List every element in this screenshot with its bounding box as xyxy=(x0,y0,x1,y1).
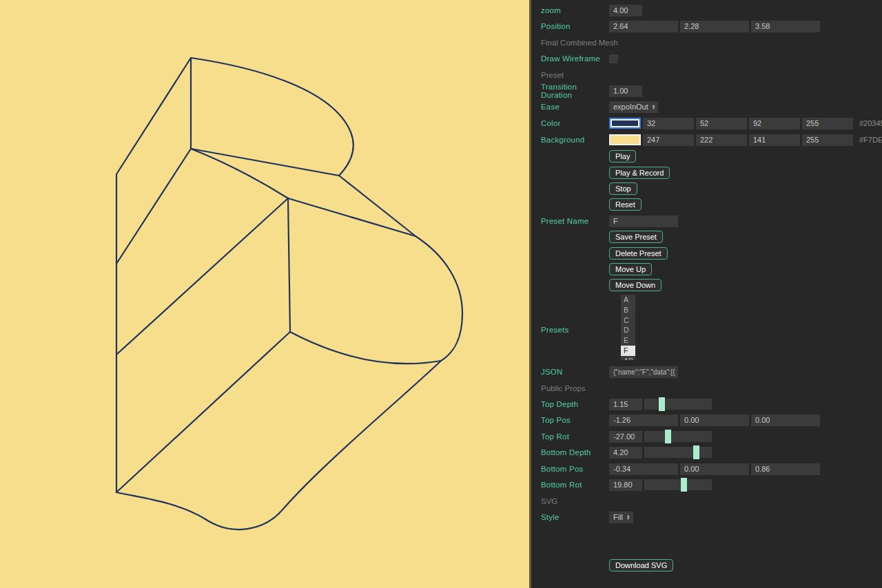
draw-wireframe-checkbox[interactable] xyxy=(609,54,618,63)
preset-name-input[interactable]: F xyxy=(609,216,678,227)
save-preset-button[interactable]: Save Preset xyxy=(609,231,663,243)
play-button[interactable]: Play xyxy=(609,150,636,162)
presets-label: Presets xyxy=(541,326,609,334)
top-rot-slider[interactable] xyxy=(644,431,712,442)
color-swatch[interactable] xyxy=(609,118,641,129)
top-rot-slider-thumb[interactable] xyxy=(665,430,671,443)
top-rot-input[interactable]: -27.00 xyxy=(609,431,642,443)
bottom-depth-slider[interactable] xyxy=(644,447,712,458)
style-label: Style xyxy=(541,513,609,521)
row-zoom: zoom 4.00 xyxy=(541,4,878,17)
color-b-input[interactable]: 92 xyxy=(749,118,800,129)
position-z-input[interactable]: 3.58 xyxy=(751,21,820,32)
transition-duration-input[interactable]: 1.00 xyxy=(609,85,642,97)
bottom-depth-input[interactable]: 4.20 xyxy=(609,447,642,459)
reset-button[interactable]: Reset xyxy=(609,198,642,211)
top-depth-slider[interactable] xyxy=(644,399,712,410)
row-color: Color 32 52 92 255 #20345C xyxy=(541,117,878,129)
bottom-rot-slider[interactable] xyxy=(644,479,712,490)
row-draw-wireframe: Draw Wireframe xyxy=(541,52,878,65)
delete-preset-button[interactable]: Delete Preset xyxy=(609,247,668,260)
style-select-value: Fill xyxy=(613,512,623,523)
bottom-rot-slider-thumb[interactable] xyxy=(681,478,687,492)
preset-option-ab[interactable]: AB xyxy=(621,356,635,360)
bottom-rot-label: Bottom Rot xyxy=(541,481,609,489)
background-swatch[interactable] xyxy=(609,134,641,145)
bottom-pos-label: Bottom Pos xyxy=(541,465,609,473)
row-presets: Presets xyxy=(541,324,878,336)
json-input[interactable]: {"name":"F","data":[{ xyxy=(609,366,678,378)
section-svg: SVG xyxy=(541,495,878,507)
section-preset: Preset xyxy=(541,69,878,81)
position-y-input[interactable]: 2.28 xyxy=(680,21,749,32)
presets-listbox[interactable]: A B C D E F AB xyxy=(621,295,635,360)
section-final-combined-mesh: Final Combined Mesh xyxy=(541,36,878,49)
row-top-rot: Top Rot -27.00 xyxy=(541,430,878,443)
edge-mid-cusp xyxy=(191,149,339,176)
zoom-input[interactable]: 4.00 xyxy=(609,5,642,17)
row-top-pos: Top Pos -1.26 0.00 0.00 xyxy=(541,414,878,426)
row-top-depth: Top Depth 1.15 xyxy=(541,398,878,410)
top-depth-input[interactable]: 1.15 xyxy=(609,399,642,410)
section-public-props: Public Props xyxy=(541,382,878,395)
preset-option-b[interactable]: B xyxy=(621,305,635,315)
edge-junction-p xyxy=(288,198,416,236)
background-g-input[interactable]: 222 xyxy=(696,134,747,146)
background-hex-value: #F7DE8D xyxy=(859,136,882,144)
preset-option-f-selected[interactable]: F xyxy=(621,346,635,356)
bottom-depth-slider-thumb[interactable] xyxy=(693,445,699,459)
edge-junction-vertical xyxy=(288,198,290,332)
top-pos-y-input[interactable]: 0.00 xyxy=(680,414,749,426)
bottom-pos-x-input[interactable]: -0.34 xyxy=(609,463,678,475)
edge-inner-bottomcurve xyxy=(290,332,441,364)
bottom-rot-input[interactable]: 19.80 xyxy=(609,479,642,491)
letter-canvas[interactable] xyxy=(0,0,529,588)
preset-option-e[interactable]: E xyxy=(621,335,635,346)
play-record-button[interactable]: Play & Record xyxy=(609,167,670,179)
updown-arrows-icon: ▲▼ xyxy=(626,514,630,520)
row-position: Position 2.64 2.28 3.58 xyxy=(541,20,878,32)
zoom-label: zoom xyxy=(541,6,609,14)
letter-b-wireframe xyxy=(0,0,529,588)
preset-option-c[interactable]: C xyxy=(621,315,635,326)
app: zoom 4.00 Position 2.64 2.28 3.58 Final … xyxy=(0,0,882,588)
bottom-depth-label: Bottom Depth xyxy=(541,448,609,456)
move-up-button[interactable]: Move Up xyxy=(609,263,652,275)
color-a-input[interactable]: 255 xyxy=(802,118,853,129)
ease-select-value: expoInOut xyxy=(613,101,648,113)
top-pos-z-input[interactable]: 0.00 xyxy=(751,414,820,426)
preset-option-d[interactable]: D xyxy=(621,325,635,335)
background-b-input[interactable]: 141 xyxy=(749,134,800,146)
background-label: Background xyxy=(541,136,609,144)
top-rot-label: Top Rot xyxy=(541,432,609,441)
position-x-input[interactable]: 2.64 xyxy=(609,21,678,32)
color-r-input[interactable]: 32 xyxy=(643,118,694,129)
color-label: Color xyxy=(541,119,609,127)
background-a-input[interactable]: 255 xyxy=(802,134,853,146)
stop-button[interactable]: Stop xyxy=(609,182,637,195)
json-label: JSON xyxy=(541,368,609,376)
transition-duration-label: Transition Duration xyxy=(541,83,609,99)
move-down-button[interactable]: Move Down xyxy=(609,279,662,291)
color-g-input[interactable]: 52 xyxy=(696,118,747,129)
top-pos-x-input[interactable]: -1.26 xyxy=(609,414,678,426)
edge-inner-bottomleft xyxy=(116,332,290,492)
bottom-pos-y-input[interactable]: 0.00 xyxy=(680,463,749,475)
bottom-pos-z-input[interactable]: 0.86 xyxy=(751,463,820,475)
ease-select[interactable]: expoInOut ▲▼ xyxy=(609,101,658,113)
edge-junction-leftkink2 xyxy=(116,198,288,355)
row-bottom-depth: Bottom Depth 4.20 xyxy=(541,446,878,459)
row-bottom-rot: Bottom Rot 19.80 xyxy=(541,479,878,491)
top-pos-label: Top Pos xyxy=(541,416,609,424)
updown-arrows-icon: ▲▼ xyxy=(652,104,655,109)
download-svg-button[interactable]: Download SVG xyxy=(609,559,673,571)
preset-option-a[interactable]: A xyxy=(621,295,635,305)
control-panel: zoom 4.00 Position 2.64 2.28 3.58 Final … xyxy=(529,0,882,588)
top-depth-slider-thumb[interactable] xyxy=(659,397,665,411)
style-select[interactable]: Fill ▲▼ xyxy=(609,512,633,523)
row-style: Style Fill ▲▼ xyxy=(541,511,878,523)
ease-label: Ease xyxy=(541,103,609,111)
background-r-input[interactable]: 247 xyxy=(643,134,694,146)
row-bottom-pos: Bottom Pos -0.34 0.00 0.86 xyxy=(541,463,878,475)
top-depth-label: Top Depth xyxy=(541,400,609,408)
